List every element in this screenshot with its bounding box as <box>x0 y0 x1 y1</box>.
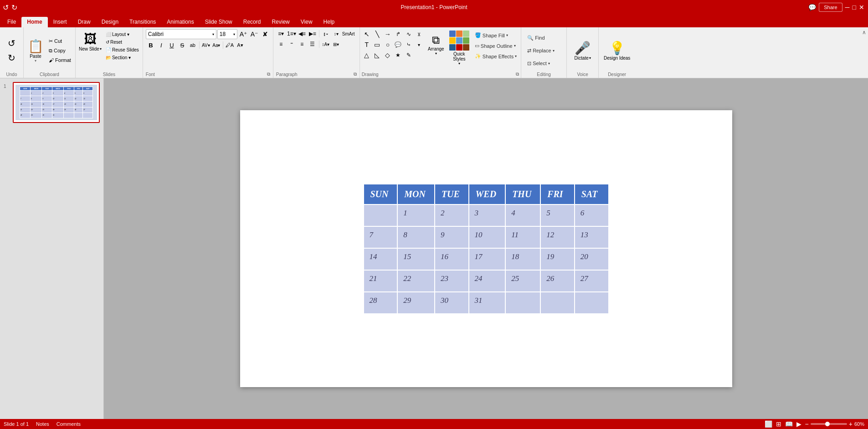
tab-transitions[interactable]: Transitions <box>124 17 161 27</box>
font-dialog-launcher[interactable]: ⧉ <box>267 72 270 77</box>
triangle-tool[interactable]: △ <box>362 50 372 60</box>
decrease-indent-button[interactable]: ◀≡ <box>297 29 307 38</box>
section-button[interactable]: 📂 Section ▾ <box>104 54 141 61</box>
tab-insert[interactable]: Insert <box>48 17 72 27</box>
paste-button[interactable]: 📋 Paste ▾ <box>26 35 46 66</box>
align-right-button[interactable]: ≡ <box>297 40 307 49</box>
clear-formatting-button[interactable]: ✘ <box>260 29 270 39</box>
minimize-button[interactable]: ─ <box>845 4 850 11</box>
shape-fill-button[interactable]: 🪣 Shape Fill ▾ <box>473 31 519 40</box>
font-name-selector[interactable]: Calibri ▾ <box>146 29 216 39</box>
underline-button[interactable]: U <box>167 41 177 50</box>
notes-button[interactable]: Notes <box>36 421 49 427</box>
change-case-button[interactable]: Aa▾ <box>211 41 221 50</box>
tab-draw[interactable]: Draw <box>72 17 96 27</box>
comments-button[interactable]: Comments <box>56 421 81 427</box>
drawing-dialog-launcher[interactable]: ⧉ <box>516 72 519 77</box>
new-slide-button[interactable]: 🖼 New Slide ▾ <box>77 30 103 53</box>
numbering-button[interactable]: 1≡▾ <box>287 29 297 38</box>
zoom-slider[interactable] <box>811 423 847 425</box>
text-box-tool[interactable]: T <box>362 40 372 50</box>
diamond-tool[interactable]: ◇ <box>383 50 393 60</box>
tab-file[interactable]: File <box>2 17 21 27</box>
layout-button[interactable]: ⬜ Layout ▾ <box>104 31 141 38</box>
tab-home[interactable]: Home <box>21 17 47 27</box>
smartart-button[interactable]: SmArt <box>342 29 352 38</box>
font-color-button[interactable]: A▾ <box>235 41 245 50</box>
increase-indent-button[interactable]: ▶≡ <box>308 29 318 38</box>
shape-effects-button[interactable]: ✨ Shape Effects ▾ <box>473 52 519 61</box>
cursor-tool[interactable]: ↖ <box>362 29 372 39</box>
undo-qat-button[interactable]: ↺ <box>2 2 10 13</box>
maximize-button[interactable]: □ <box>853 4 856 11</box>
shapes-dropdown-button[interactable]: ▾ <box>414 40 424 50</box>
star-tool[interactable]: ★ <box>393 50 403 60</box>
shadow-button[interactable]: ab <box>188 41 198 50</box>
text-highlight-button[interactable]: 🖊A <box>225 41 235 50</box>
zoom-out-button[interactable]: − <box>805 420 809 428</box>
font-size-selector[interactable]: 18 ▾ <box>217 29 237 39</box>
text-direction-button[interactable]: ↕A▾ <box>321 40 331 49</box>
tab-record[interactable]: Record <box>238 17 267 27</box>
rect-tool[interactable]: ▭ <box>372 40 382 50</box>
share-button[interactable]: Share <box>819 3 842 12</box>
cut-button[interactable]: ✂ Cut <box>46 37 73 46</box>
character-spacing-button[interactable]: AV▾ <box>201 41 211 50</box>
italic-button[interactable]: I <box>156 41 166 50</box>
arrow-tool[interactable]: → <box>383 29 393 39</box>
bent-arrow-tool[interactable]: ↱ <box>393 29 403 39</box>
curved-line-tool[interactable]: ∿ <box>404 29 414 39</box>
callout-tool[interactable]: 💬 <box>393 40 403 50</box>
bold-button[interactable]: B <box>146 41 156 50</box>
tab-review[interactable]: Review <box>266 17 295 27</box>
columns-button[interactable]: ⫿▾ <box>321 29 331 38</box>
dictate-button[interactable]: 🎤 Dictate ▾ <box>570 29 596 72</box>
connector-tool[interactable]: ⤷ <box>404 40 414 50</box>
align-left-button[interactable]: ≡ <box>276 40 286 49</box>
normal-view-button[interactable]: ⬜ <box>765 420 772 428</box>
redo-qat-button[interactable]: ↻ <box>10 2 18 13</box>
tab-animations[interactable]: Animations <box>161 17 199 27</box>
decrease-font-button[interactable]: A⁻ <box>249 29 259 39</box>
shape-outline-button[interactable]: ▭ Shape Outline ▾ <box>473 41 519 50</box>
strikethrough-button[interactable]: S <box>177 41 187 50</box>
line-tool[interactable]: ╲ <box>372 29 382 39</box>
comments-title-button[interactable]: 💬 <box>808 4 816 11</box>
slideshow-button[interactable]: ▶ <box>796 420 801 428</box>
replace-button[interactable]: ⇄ Replace ▾ <box>524 45 564 56</box>
slide-canvas[interactable]: SUN MON TUE WED THU FRI SAT 1 2 3 <box>240 110 732 387</box>
paragraph-dialog-launcher[interactable]: ⧉ <box>354 72 357 77</box>
find-button[interactable]: 🔍 Find <box>524 32 564 44</box>
oval-tool[interactable]: ○ <box>383 40 393 50</box>
align-center-button[interactable]: ⁼ <box>287 40 297 49</box>
justify-button[interactable]: ☰ <box>308 40 318 49</box>
right-triangle-tool[interactable]: ◺ <box>372 50 382 60</box>
line-spacing-button[interactable]: ↕▾ <box>331 29 341 38</box>
align-text-button[interactable]: ⊞▾ <box>331 40 341 49</box>
slide-thumbnail-container[interactable]: 1 SUN MON TUE WED THU FRI <box>4 82 100 123</box>
shape-more-button[interactable]: ⊻ <box>414 29 424 39</box>
tab-design[interactable]: Design <box>96 17 124 27</box>
close-button[interactable]: ✕ <box>859 4 864 11</box>
slide-sorter-button[interactable]: ⊞ <box>776 420 781 428</box>
increase-font-button[interactable]: A⁺ <box>238 29 248 39</box>
design-ideas-button[interactable]: 💡 Design Ideas <box>601 29 632 72</box>
redo-button[interactable]: ↻ <box>5 51 19 65</box>
copy-button[interactable]: ⧉ Copy <box>46 46 73 55</box>
tab-view[interactable]: View <box>295 17 318 27</box>
reuse-slides-button[interactable]: 📄 Reuse Slides <box>104 46 141 53</box>
canvas-area[interactable]: SUN MON TUE WED THU FRI SAT 1 2 3 <box>104 78 868 419</box>
format-painter-button[interactable]: 🖌 Format <box>46 56 73 64</box>
tab-slideshow[interactable]: Slide Show <box>200 17 238 27</box>
bullets-button[interactable]: ≡▾ <box>276 29 286 38</box>
quick-styles-button[interactable]: QuickStyles ▾ <box>448 29 471 67</box>
undo-button[interactable]: ↺ <box>5 36 19 50</box>
collapse-ribbon-button[interactable]: ∧ <box>860 27 868 37</box>
reading-view-button[interactable]: 📖 <box>785 420 793 428</box>
arrange-button[interactable]: ⧉ Arrange ▾ <box>426 29 446 60</box>
tab-help[interactable]: Help <box>318 17 340 27</box>
zoom-in-button[interactable]: + <box>849 420 853 428</box>
reset-button[interactable]: ↺ Reset <box>104 39 141 46</box>
freeform-tool[interactable]: ✎ <box>404 50 414 60</box>
select-button[interactable]: ⊡ Select ▾ <box>524 57 564 69</box>
